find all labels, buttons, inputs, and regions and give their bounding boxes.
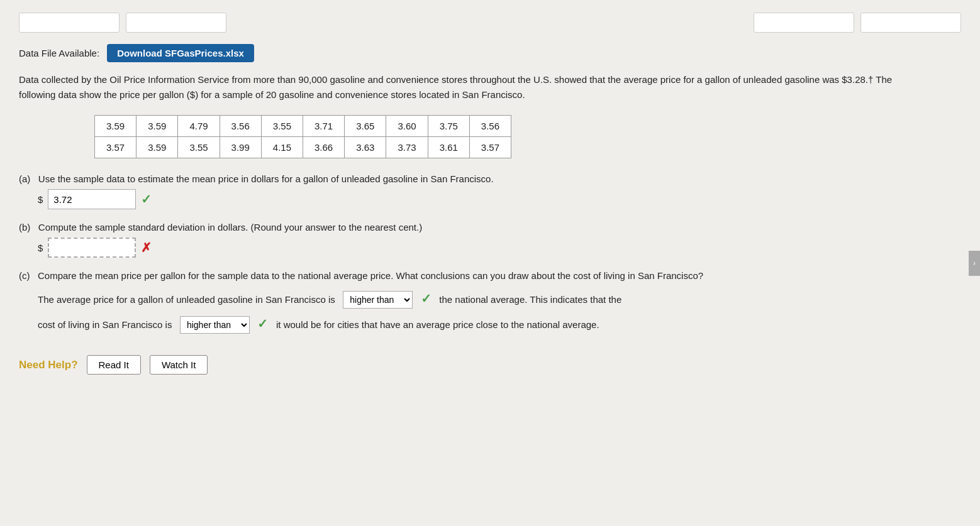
top-input-3[interactable] (754, 13, 854, 33)
part-a-question: (a) Use the sample data to estimate the … (19, 173, 961, 184)
cell-r1c10: 3.56 (469, 116, 511, 137)
cell-r2c6: 3.66 (303, 137, 345, 158)
cell-r1c1: 3.59 (95, 116, 136, 137)
part-b-input[interactable] (48, 238, 136, 258)
part-b-dollar: $ (38, 243, 43, 253)
dropdown1-check-icon: ✓ (421, 292, 432, 305)
cell-r1c7: 3.65 (345, 116, 386, 137)
dropdown2-check-icon: ✓ (257, 317, 268, 331)
cell-r1c9: 3.75 (428, 116, 469, 137)
part-b-x-icon: ✗ (141, 240, 152, 255)
side-arrow[interactable]: › (969, 251, 980, 276)
dropdown-1[interactable]: higher than lower than the same as (343, 291, 413, 309)
part-b-question: (b) Compute the sample standard deviatio… (19, 222, 961, 233)
part-c-sentence-1: The average price for a gallon of unlead… (38, 286, 961, 311)
cell-r2c8: 3.73 (386, 137, 428, 158)
part-c-section: (c) Compare the mean price per gallon fo… (19, 270, 961, 336)
top-input-4[interactable] (860, 13, 961, 33)
download-button[interactable]: Download SFGasPrices.xlsx (107, 44, 254, 62)
part-a-check-icon: ✓ (141, 192, 152, 207)
part-a-answer-row: $ ✓ (38, 189, 961, 209)
part-c-label: (c) (19, 270, 30, 281)
data-file-row: Data File Available: Download SFGasPrice… (19, 44, 961, 62)
table-row-2: 3.57 3.59 3.55 3.99 4.15 3.66 3.63 3.73 … (95, 137, 511, 158)
part-a-input[interactable] (48, 189, 136, 209)
sentence2-prefix: cost of living in San Francisco is (38, 319, 172, 330)
part-c-question: (c) Compare the mean price per gallon fo… (19, 270, 961, 281)
part-b-answer-row: $ ✗ (38, 238, 961, 258)
part-b-question-text: Compute the sample standard deviation in… (38, 222, 422, 233)
read-it-button[interactable]: Read It (87, 355, 141, 375)
cell-r1c3: 4.79 (178, 116, 220, 137)
cell-r2c4: 3.99 (220, 137, 261, 158)
cell-r2c10: 3.57 (469, 137, 511, 158)
top-input-1[interactable] (19, 13, 120, 33)
part-a-label: (a) (19, 173, 30, 184)
table-row-1: 3.59 3.59 4.79 3.56 3.55 3.71 3.65 3.60 … (95, 116, 511, 137)
cell-r1c6: 3.71 (303, 116, 345, 137)
part-c-question-text: Compare the mean price per gallon for th… (38, 270, 703, 281)
part-a-question-text: Use the sample data to estimate the mean… (38, 173, 494, 184)
cell-r2c2: 3.59 (136, 137, 178, 158)
description-text: Data collected by the Oil Price Informat… (19, 72, 931, 102)
top-input-2[interactable] (126, 13, 226, 33)
part-a-section: (a) Use the sample data to estimate the … (19, 173, 961, 209)
data-table: 3.59 3.59 4.79 3.56 3.55 3.71 3.65 3.60 … (94, 115, 511, 158)
cell-r2c7: 3.63 (345, 137, 386, 158)
sentence1-prefix: The average price for a gallon of unlead… (38, 294, 335, 305)
cell-r2c9: 3.61 (428, 137, 469, 158)
part-c-sentence-2: cost of living in San Francisco is highe… (38, 311, 961, 336)
cell-r1c2: 3.59 (136, 116, 178, 137)
cell-r1c5: 3.55 (261, 116, 303, 137)
cell-r1c8: 3.60 (386, 116, 428, 137)
page-container: Data File Available: Download SFGasPrice… (0, 0, 980, 526)
need-help-label: Need Help? (19, 359, 78, 371)
need-help-section: Need Help? Read It Watch It (19, 355, 961, 375)
sentence2-suffix: it would be for cities that have an aver… (276, 319, 599, 330)
top-bar (19, 13, 961, 33)
part-a-dollar: $ (38, 194, 43, 205)
part-b-section: (b) Compute the sample standard deviatio… (19, 222, 961, 258)
part-b-label: (b) (19, 222, 30, 233)
cell-r1c4: 3.56 (220, 116, 261, 137)
cell-r2c5: 4.15 (261, 137, 303, 158)
data-file-label: Data File Available: (19, 48, 99, 58)
watch-it-button[interactable]: Watch It (150, 355, 208, 375)
dropdown-2[interactable]: higher than lower than the same as (180, 316, 250, 334)
cell-r2c3: 3.55 (178, 137, 220, 158)
sentence1-suffix: the national average. This indicates tha… (439, 294, 621, 305)
cell-r2c1: 3.57 (95, 137, 136, 158)
